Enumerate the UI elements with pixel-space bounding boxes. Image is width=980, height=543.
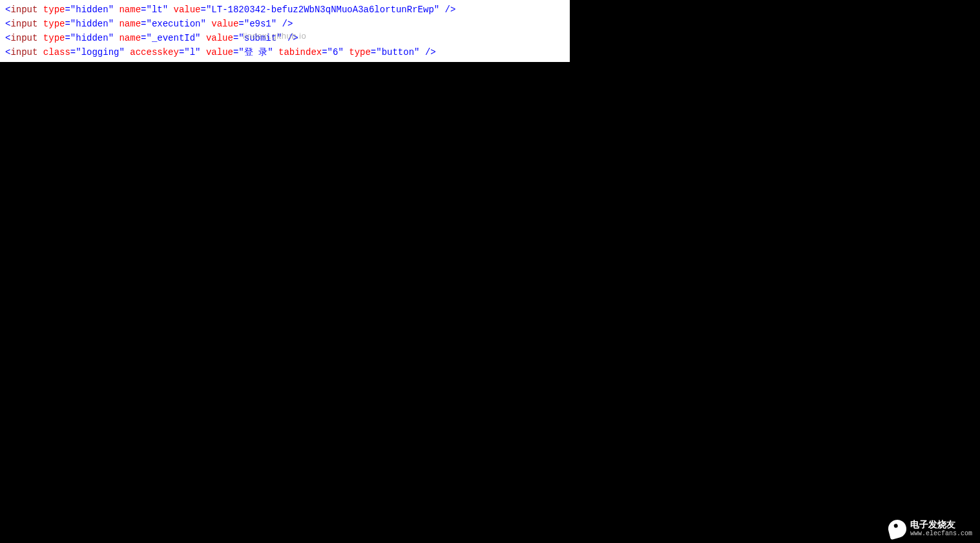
watermark-logo-title: 电子发烧友 bbox=[910, 520, 972, 530]
elecfans-logo-icon bbox=[886, 518, 908, 540]
watermark-logo: 电子发烧友 www.elecfans.com bbox=[888, 520, 972, 538]
code-line: <input type="hidden" name="lt" value="LT… bbox=[5, 3, 565, 17]
watermark-logo-url: www.elecfans.com bbox=[910, 530, 972, 537]
code-snippet-panel: <input type="hidden" name="lt" value="LT… bbox=[0, 0, 570, 62]
watermark-overlay-text: lindexi.github.io bbox=[243, 31, 306, 41]
code-line: <input class="logging" accesskey="l" val… bbox=[5, 45, 565, 59]
code-line: <input type="hidden" name="execution" va… bbox=[5, 17, 565, 31]
watermark-logo-text: 电子发烧友 www.elecfans.com bbox=[910, 520, 972, 537]
